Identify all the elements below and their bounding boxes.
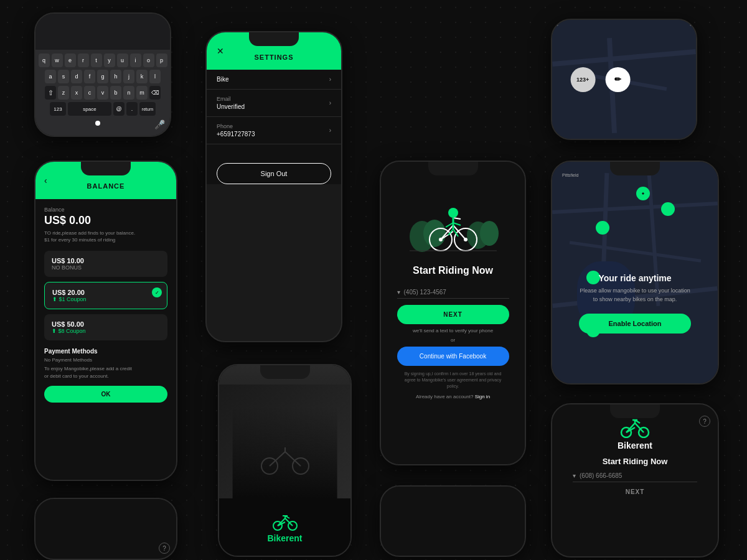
key-b[interactable]: b bbox=[110, 86, 121, 100]
balance-title: BALANCE bbox=[87, 182, 125, 190]
country-dropdown[interactable]: ▾ bbox=[397, 289, 400, 296]
balance-label: Balance bbox=[44, 207, 167, 213]
key-x[interactable]: x bbox=[71, 86, 82, 100]
key-at[interactable]: @ bbox=[113, 102, 125, 116]
balance-card-20[interactable]: ✓ US$ 20.00 ⬆ $1 Coupon bbox=[44, 282, 167, 309]
keyboard-row-4: 123 space @ . return bbox=[38, 102, 167, 116]
payment-description: To enjoy Mangobike,please add a creditor… bbox=[44, 365, 167, 379]
key-d[interactable]: d bbox=[71, 70, 82, 83]
splash-bike-icon bbox=[273, 513, 298, 531]
key-backspace[interactable]: ⌫ bbox=[149, 86, 161, 100]
key-shift[interactable]: ⇧ bbox=[45, 86, 56, 100]
bikerent-phone-input[interactable]: (608) 666-6685 bbox=[580, 472, 697, 479]
card-bonus-10: NO BONUS bbox=[52, 264, 160, 271]
ride-title: Start Riding Now bbox=[413, 265, 493, 276]
key-f[interactable]: f bbox=[84, 70, 95, 83]
settings-phone-chevron: › bbox=[329, 127, 331, 134]
bikerent-name: Bikerent bbox=[618, 441, 652, 450]
settings-bike-row[interactable]: Bike › bbox=[217, 76, 331, 83]
svg-point-13 bbox=[448, 208, 458, 218]
balance-card-50[interactable]: US$ 50.00 ⬆ $8 Coupon bbox=[44, 314, 167, 340]
settings-phone-label: Phone bbox=[217, 123, 255, 129]
key-u[interactable]: u bbox=[117, 54, 128, 67]
phone-number-input[interactable]: (405) 123-4567 bbox=[404, 289, 509, 296]
payment-section: Payment Methods No Payment Methods To en… bbox=[44, 348, 167, 402]
ride-screen: Start Riding Now ▾ (405) 123-4567 NEXT w… bbox=[381, 162, 525, 464]
key-e[interactable]: e bbox=[65, 54, 76, 67]
key-k[interactable]: k bbox=[136, 70, 148, 83]
phone-notch bbox=[249, 32, 299, 46]
or-text: or bbox=[451, 337, 455, 343]
key-q[interactable]: q bbox=[39, 54, 50, 67]
facebook-button[interactable]: Continue with Facebook bbox=[397, 347, 509, 366]
svg-point-1 bbox=[423, 220, 446, 247]
settings-email-chevron: › bbox=[329, 100, 331, 106]
keyboard-area: q w e r t y u i o p a s d f g h j k l bbox=[35, 50, 170, 136]
settings-email-value: Unverified bbox=[217, 103, 245, 110]
phone-bikerent: ? Bikerent Start Riding Now ▾ (608) 666-… bbox=[551, 403, 719, 558]
balance-body: Balance US$ 0.00 TO ride,please add find… bbox=[35, 199, 176, 480]
settings-email-label: Email bbox=[217, 96, 245, 102]
key-l[interactable]: l bbox=[149, 70, 161, 83]
key-v[interactable]: v bbox=[97, 86, 108, 100]
map-pin-2[interactable] bbox=[661, 202, 675, 216]
bikerent-country-dropdown[interactable]: ▾ bbox=[573, 472, 576, 479]
settings-email-row[interactable]: Email Unverified › bbox=[217, 96, 331, 110]
key-m[interactable]: m bbox=[136, 86, 148, 100]
phone-notch-ride bbox=[428, 162, 478, 175]
bottom-mid-screen bbox=[381, 487, 525, 556]
bikerent-next-button[interactable]: NEXT bbox=[626, 488, 645, 495]
settings-phone-section: Phone +6591727873 › bbox=[207, 117, 341, 144]
key-space[interactable]: space bbox=[68, 102, 111, 116]
next-button[interactable]: NEXT bbox=[397, 305, 509, 324]
microphone-icon[interactable]: 🎤 bbox=[154, 119, 165, 129]
phone-map-full: Pittsfield Your ride anytime Please allo… bbox=[551, 161, 719, 385]
map-user-icon[interactable]: 123+ bbox=[570, 67, 595, 92]
ok-button[interactable]: OK bbox=[44, 386, 167, 403]
phone-notch-splash bbox=[260, 365, 310, 379]
balance-back-button[interactable]: ‹ bbox=[44, 175, 47, 185]
help-icon-bottom[interactable]: ? bbox=[159, 543, 170, 554]
settings-bike-value: Bike bbox=[217, 76, 228, 83]
key-r[interactable]: r bbox=[78, 54, 89, 67]
key-c[interactable]: c bbox=[84, 86, 95, 100]
key-g[interactable]: g bbox=[97, 70, 108, 83]
key-a[interactable]: a bbox=[45, 70, 56, 83]
key-z[interactable]: z bbox=[58, 86, 69, 100]
signin-link[interactable]: Sign in bbox=[475, 394, 490, 399]
settings-bike-chevron: › bbox=[329, 76, 331, 83]
balance-description: TO ride,please add finds to your balance… bbox=[44, 230, 167, 243]
settings-email-section: Email Unverified › bbox=[207, 90, 341, 117]
close-button[interactable]: ✕ bbox=[217, 46, 224, 56]
key-j[interactable]: j bbox=[123, 70, 134, 83]
key-n[interactable]: n bbox=[123, 86, 134, 100]
key-return[interactable]: return bbox=[139, 102, 156, 116]
key-w[interactable]: w bbox=[52, 54, 63, 67]
phone-notch-balance bbox=[81, 162, 131, 175]
key-p[interactable]: p bbox=[156, 54, 167, 67]
map-overlay-title: Your ride anytime bbox=[565, 273, 705, 283]
cursor-indicator bbox=[95, 121, 100, 126]
settings-phone-row[interactable]: Phone +6591727873 › bbox=[217, 123, 331, 138]
key-o[interactable]: o bbox=[143, 54, 154, 67]
map-full-screen: Pittsfield Your ride anytime Please allo… bbox=[552, 162, 718, 383]
key-s[interactable]: s bbox=[58, 70, 69, 83]
key-i[interactable]: i bbox=[130, 54, 141, 67]
key-y[interactable]: y bbox=[104, 54, 115, 67]
keyboard-row-1: q w e r t y u i o p bbox=[38, 54, 167, 67]
key-123[interactable]: 123 bbox=[50, 102, 66, 116]
phone-bottom-left: ? bbox=[34, 498, 177, 560]
settings-phone-value: +6591727873 bbox=[217, 131, 255, 138]
help-icon[interactable]: ? bbox=[699, 416, 710, 427]
phone-balance: ‹ BALANCE Balance US$ 0.00 TO ride,pleas… bbox=[34, 161, 177, 481]
map-pin-1[interactable] bbox=[636, 187, 650, 200]
balance-card-10[interactable]: US$ 10.00 NO BONUS bbox=[44, 251, 167, 277]
map-overlay-desc: Please allow mangobike to use your locat… bbox=[565, 287, 705, 304]
sign-out-button[interactable]: Sign Out bbox=[217, 163, 331, 184]
map-pin-3[interactable] bbox=[596, 221, 609, 235]
key-dot[interactable]: . bbox=[126, 102, 138, 116]
map-edit-icon[interactable]: ✏ bbox=[605, 67, 630, 92]
enable-location-button[interactable]: Enable Location bbox=[579, 314, 692, 334]
key-t[interactable]: t bbox=[91, 54, 102, 67]
key-h[interactable]: h bbox=[110, 70, 121, 83]
